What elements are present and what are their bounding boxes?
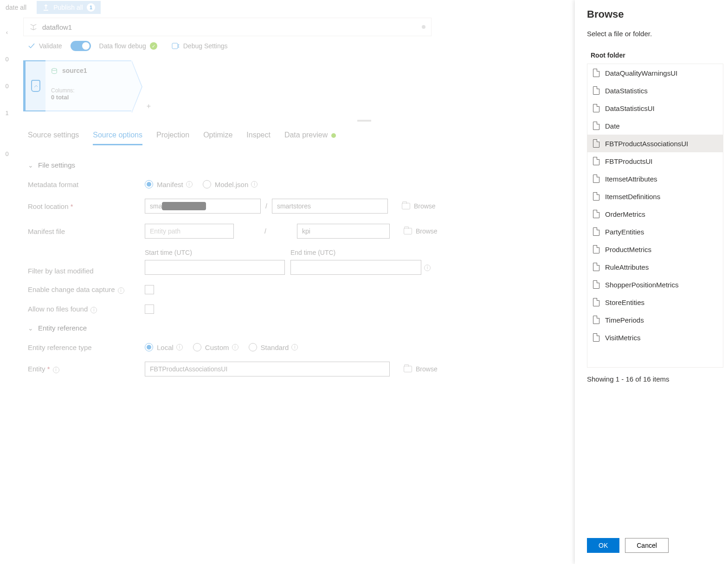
- radio-standard[interactable]: Standardi: [249, 343, 298, 351]
- file-item[interactable]: TimePeriods: [587, 311, 723, 329]
- info-icon[interactable]: i: [232, 344, 238, 350]
- cdc-checkbox[interactable]: [145, 285, 154, 294]
- tab-name[interactable]: dataflow1: [42, 23, 72, 31]
- file-item[interactable]: DataStatistics: [587, 82, 723, 99]
- file-name: PartyEntities: [605, 228, 644, 236]
- entity-input[interactable]: [145, 362, 390, 376]
- file-item[interactable]: PartyEntities: [587, 223, 723, 240]
- info-icon[interactable]: i: [186, 181, 193, 188]
- file-item[interactable]: ProductMetrics: [587, 240, 723, 258]
- file-item[interactable]: ShopperPositionMetrics: [587, 276, 723, 293]
- validate-all-button[interactable]: date all: [0, 2, 32, 13]
- ok-button[interactable]: OK: [587, 538, 619, 553]
- redacted-text: [162, 202, 206, 210]
- radio-modeljson[interactable]: Model.jsoni: [203, 180, 258, 188]
- cancel-button[interactable]: Cancel: [625, 538, 669, 553]
- tab-data-preview[interactable]: Data preview: [284, 131, 336, 145]
- radio-manifest[interactable]: Manifesti: [145, 180, 193, 188]
- file-name: ItemsetDefinitions: [605, 193, 660, 201]
- manifest-name-input[interactable]: [297, 224, 390, 239]
- info-icon[interactable]: i: [424, 265, 431, 271]
- root-container-input[interactable]: sma: [145, 199, 261, 214]
- debug-toggle[interactable]: [71, 41, 91, 51]
- file-item[interactable]: FBTProductsUI: [587, 152, 723, 170]
- rail-count-0c[interactable]: 0: [0, 145, 13, 162]
- publish-count-badge: 1: [87, 3, 95, 12]
- file-item[interactable]: DataQualityWarningsUI: [587, 64, 723, 82]
- browse-manifest-button[interactable]: Browse: [404, 227, 438, 235]
- info-icon[interactable]: i: [118, 287, 124, 294]
- path-separator: /: [265, 202, 267, 210]
- tab-source-settings[interactable]: Source settings: [28, 131, 79, 145]
- breadcrumb[interactable]: Root folder: [591, 52, 723, 59]
- publish-icon: [42, 4, 50, 11]
- source-icon: [51, 68, 58, 74]
- tab-projection[interactable]: Projection: [156, 131, 189, 145]
- file-item[interactable]: DataStatisticsUI: [587, 99, 723, 117]
- tab-optimize[interactable]: Optimize: [203, 131, 232, 145]
- source-node[interactable]: source1 Columns: 0 total +: [45, 60, 131, 111]
- file-name: ShopperPositionMetrics: [605, 281, 678, 289]
- file-name: VisitMetrics: [605, 334, 640, 342]
- dataflow-icon: [29, 23, 38, 31]
- file-item[interactable]: Date: [587, 117, 723, 135]
- add-node-button[interactable]: +: [147, 102, 151, 110]
- preview-status-dot: [331, 133, 336, 138]
- end-time-input[interactable]: [290, 260, 421, 275]
- debug-settings-label: Debug Settings: [183, 42, 228, 50]
- chevron-down-icon: ⌄: [28, 324, 33, 332]
- start-time-label: Start time (UTC): [145, 249, 285, 256]
- file-icon: [593, 86, 599, 95]
- node-columns-total: 0 total: [51, 94, 126, 101]
- validate-button[interactable]: Validate: [28, 42, 62, 50]
- browse-entity-button[interactable]: Browse: [404, 365, 438, 373]
- radio-local[interactable]: Locali: [145, 343, 183, 351]
- info-icon[interactable]: i: [53, 367, 59, 373]
- tab-unsaved-indicator[interactable]: [422, 25, 425, 29]
- debug-settings-button[interactable]: Debug Settings: [171, 42, 228, 50]
- database-icon: [31, 80, 40, 92]
- folder-icon: [404, 366, 412, 372]
- file-settings-label: File settings: [38, 161, 75, 169]
- file-icon: [593, 210, 599, 218]
- root-location-label: Root location *: [28, 202, 145, 210]
- rail-count-1[interactable]: 1: [0, 104, 13, 122]
- file-item[interactable]: ItemsetDefinitions: [587, 188, 723, 205]
- info-icon[interactable]: i: [251, 181, 258, 188]
- browse-panel: Browse Select a file or folder. Root fol…: [575, 0, 728, 564]
- file-item[interactable]: StoreEntities: [587, 293, 723, 311]
- path-separator: /: [264, 227, 266, 235]
- info-icon[interactable]: i: [291, 344, 298, 350]
- file-item[interactable]: FBTProductAssociationsUI: [587, 135, 723, 152]
- radio-custom[interactable]: Customi: [193, 343, 238, 351]
- publish-all-button[interactable]: Publish all 1: [37, 1, 101, 14]
- file-name: TimePeriods: [605, 316, 644, 324]
- allow-no-files-checkbox[interactable]: [145, 305, 154, 314]
- radio-icon: [193, 343, 201, 351]
- tab-inspect[interactable]: Inspect: [246, 131, 271, 145]
- file-item[interactable]: OrderMetrics: [587, 205, 723, 223]
- rail-chevron[interactable]: ‹: [0, 23, 13, 41]
- file-item[interactable]: VisitMetrics: [587, 329, 723, 346]
- entity-path-input[interactable]: [145, 224, 234, 239]
- start-time-input[interactable]: [145, 260, 285, 275]
- validate-all-label: date all: [6, 4, 26, 11]
- browse-root-button[interactable]: Browse: [402, 202, 436, 210]
- tab-source-options[interactable]: Source options: [93, 131, 142, 145]
- tab-bar: dataflow1: [23, 18, 432, 36]
- node-title: source1: [62, 67, 87, 74]
- file-icon: [593, 227, 599, 236]
- file-item[interactable]: ItemsetAttributes: [587, 170, 723, 188]
- info-icon[interactable]: i: [176, 344, 183, 350]
- svg-rect-0: [172, 43, 178, 49]
- file-item[interactable]: RuleAttributes: [587, 258, 723, 276]
- file-icon: [593, 298, 599, 306]
- info-icon[interactable]: i: [90, 307, 97, 313]
- source-db-block[interactable]: [23, 60, 45, 111]
- root-folder-input[interactable]: [272, 199, 388, 214]
- rail-count-0b[interactable]: 0: [0, 77, 13, 95]
- node-columns-label: Columns:: [51, 87, 126, 94]
- panel-title: Browse: [587, 8, 723, 20]
- folder-icon: [402, 203, 410, 209]
- rail-count-0a[interactable]: 0: [0, 50, 13, 68]
